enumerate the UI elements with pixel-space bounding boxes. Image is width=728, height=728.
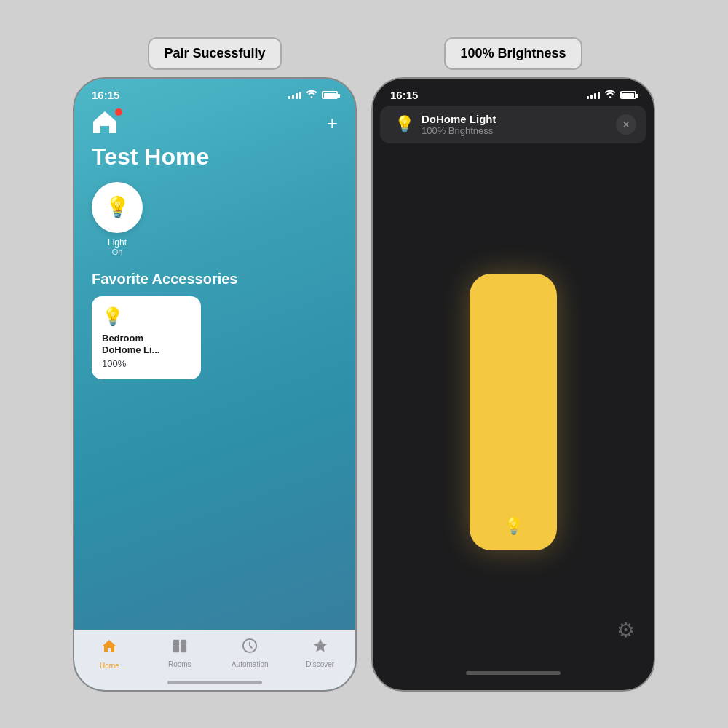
right-phone-body: 💡 DoHome Light 100% Brightness × 💡 ⚙ [373, 106, 654, 681]
rooms-tab-label: Rooms [168, 660, 191, 668]
signal-icon-right [587, 90, 600, 99]
brightness-slider[interactable]: 💡 [470, 274, 557, 550]
tab-home[interactable]: Home [87, 638, 131, 670]
time-right: 16:15 [390, 89, 418, 101]
battery-icon-right [620, 91, 636, 99]
left-panel: Pair Sucessfully 16:15 [73, 37, 357, 692]
tab-automation[interactable]: Automation [228, 638, 272, 670]
light-device-section: 💡 Light On [74, 182, 355, 271]
status-bar-left: 16:15 [74, 79, 355, 106]
discover-tab-label: Discover [306, 660, 334, 668]
light-label: Light On [92, 237, 143, 256]
svg-rect-2 [181, 639, 186, 645]
status-icons-left [288, 90, 338, 100]
signal-icon [288, 90, 301, 99]
status-icons-right [587, 90, 636, 100]
device-header: 💡 DoHome Light 100% Brightness × [380, 106, 646, 143]
device-header-icon: 💡 [395, 115, 414, 134]
rooms-tab-icon [172, 638, 188, 658]
wifi-icon-right [604, 90, 616, 100]
home-indicator-left [167, 681, 262, 684]
svg-marker-6 [314, 638, 327, 651]
notification-dot [115, 108, 122, 116]
device-name: DoHome Light [422, 113, 496, 125]
close-button[interactable]: × [616, 114, 636, 135]
accessory-percent: 100% [102, 358, 191, 369]
automation-tab-icon [242, 638, 258, 658]
gear-button[interactable]: ⚙ [612, 617, 639, 644]
svg-rect-4 [181, 646, 186, 652]
svg-point-7 [609, 96, 612, 98]
time-left: 16:15 [92, 89, 119, 101]
svg-point-0 [311, 96, 313, 98]
battery-icon [322, 91, 338, 99]
accessory-icon: 💡 [102, 306, 191, 327]
home-header: + [74, 106, 355, 143]
home-icon-wrap[interactable] [92, 110, 121, 136]
svg-rect-3 [173, 646, 179, 652]
accessory-card[interactable]: 💡 BedroomBedroom DoHome Li...DoHome Li..… [92, 296, 201, 380]
add-button[interactable]: + [327, 114, 338, 132]
tab-rooms[interactable]: Rooms [158, 638, 202, 670]
accessories-grid: 💡 BedroomBedroom DoHome Li...DoHome Li..… [74, 296, 355, 380]
automation-tab-label: Automation [232, 660, 269, 668]
right-caption: 100% Brightness [444, 37, 582, 70]
accessory-name: BedroomBedroom DoHome Li...DoHome Li... [102, 333, 191, 357]
brightness-slider-area: 💡 [373, 143, 654, 681]
light-status: On [92, 248, 143, 256]
brightness-bulb-icon: 💡 [504, 517, 523, 536]
home-title: Test Home [74, 143, 355, 182]
right-phone: 16:15 [371, 77, 655, 692]
light-name: Light [92, 237, 143, 248]
tab-discover[interactable]: Discover [298, 638, 342, 670]
home-tab-icon [100, 638, 118, 660]
discover-tab-icon [312, 638, 328, 658]
svg-rect-1 [173, 639, 179, 645]
right-panel: 100% Brightness 16:15 [371, 37, 655, 692]
device-header-text: DoHome Light 100% Brightness [422, 113, 496, 136]
light-circle[interactable]: 💡 [92, 182, 143, 233]
favorites-title: Favorite Accessories [74, 271, 355, 296]
light-bulb-icon: 💡 [105, 195, 130, 219]
device-brightness-label: 100% Brightness [422, 125, 496, 136]
left-phone: 16:15 [73, 77, 357, 692]
status-bar-right: 16:15 [373, 79, 654, 106]
wifi-icon [306, 90, 317, 100]
home-indicator-right [466, 671, 561, 675]
home-tab-label: Home [100, 662, 119, 670]
home-nav-icon [92, 110, 118, 135]
left-caption: Pair Sucessfully [148, 37, 281, 70]
